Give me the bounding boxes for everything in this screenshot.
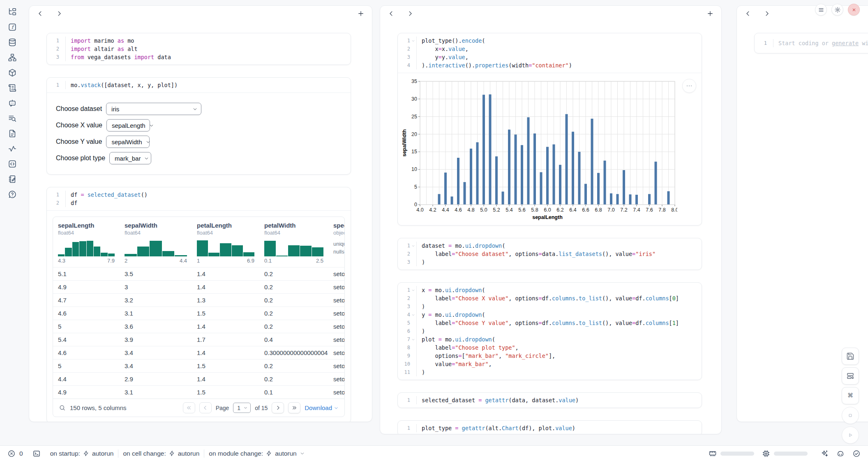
logs-icon[interactable]	[8, 83, 17, 92]
column-header-sepalLength[interactable]: sepalLengthfloat644.37.9	[53, 222, 120, 264]
functions-icon[interactable]: f	[8, 23, 17, 32]
cell-imports[interactable]: 1import marimo as mo2import altair as al…	[46, 33, 351, 65]
code-line[interactable]: 1plot_type().encode(	[398, 37, 702, 45]
documentation-icon[interactable]	[8, 129, 17, 138]
table-row[interactable]: 4.73.21.30.2setosa	[53, 293, 344, 307]
code-editor-scratch[interactable]: 1Start coding or generate with AI	[755, 33, 868, 53]
code-line[interactable]: 2import altair as alt	[47, 45, 351, 53]
cell-plot-type[interactable]: 1plot_type = getattr(alt.Chart(df), plot…	[397, 420, 702, 434]
bar-chart[interactable]: 051015202530354.04.24.44.64.85.05.25.45.…	[401, 78, 702, 221]
column-prev-button[interactable]	[744, 10, 752, 17]
code-line[interactable]: 1dataset = mo.ui.dropdown(	[398, 242, 702, 250]
fold-chevron-icon[interactable]	[410, 311, 416, 319]
code-line[interactable]: 6)	[398, 327, 702, 335]
stop-button[interactable]	[842, 407, 859, 424]
outline-search-icon[interactable]	[8, 114, 17, 123]
fold-chevron-icon[interactable]	[410, 286, 416, 294]
cell-layout-button[interactable]	[842, 367, 859, 385]
cell-xyplot-dropdowns[interactable]: 1x = mo.ui.dropdown(2 label="Choose X va…	[397, 282, 702, 380]
cell-dataset-dropdown[interactable]: 1dataset = mo.ui.dropdown(2 label="Choos…	[397, 238, 702, 270]
column-header-petalLength[interactable]: petalLengthfloat6416.9	[192, 222, 259, 264]
tracing-icon[interactable]	[8, 144, 17, 153]
column-next-button[interactable]	[406, 10, 414, 17]
code-line[interactable]: 11)	[398, 368, 702, 376]
table-row[interactable]: 4.42.91.40.2setosa	[53, 372, 344, 385]
add-column-button[interactable]	[706, 10, 714, 17]
last-page-button[interactable]	[288, 402, 300, 413]
download-button[interactable]: Download	[305, 404, 339, 411]
column-histogram[interactable]	[197, 240, 254, 256]
column-header-species[interactable]: speciesobjectunique:nulls:	[328, 222, 344, 264]
connection-status-icon[interactable]	[852, 449, 861, 458]
first-page-button[interactable]	[183, 402, 195, 413]
column-next-button[interactable]	[55, 10, 63, 17]
code-editor-plot-type[interactable]: 1plot_type = getattr(alt.Chart(df), plot…	[398, 421, 702, 434]
help-icon[interactable]	[8, 190, 17, 199]
code-line[interactable]: 1import marimo as mo	[47, 37, 351, 45]
settings-button[interactable]	[831, 4, 843, 16]
code-line[interactable]: 1selected_dataset = getattr(data, datase…	[398, 396, 702, 404]
shutdown-button[interactable]	[848, 4, 860, 16]
code-editor-selected-dataset[interactable]: 1selected_dataset = getattr(data, datase…	[398, 393, 702, 408]
y-value-select[interactable]: sepalWidth	[106, 136, 150, 148]
autorun-setting[interactable]: on module change:autorun	[209, 450, 305, 457]
code-line[interactable]: 1plot_type = getattr(alt.Chart(df), plot…	[398, 424, 702, 432]
code-line[interactable]: 2 label="Choose X value", options=df.col…	[398, 294, 702, 302]
fold-chevron-icon[interactable]	[410, 335, 416, 343]
code-line[interactable]: 3from vega_datasets import data	[47, 53, 351, 61]
code-line[interactable]: 10 value="mark_bar",	[398, 360, 702, 368]
code-line[interactable]: 2df	[47, 199, 351, 207]
code-line[interactable]: 3)	[398, 258, 702, 266]
table-row[interactable]: 5.43.91.70.4setosa	[53, 333, 344, 346]
cell-selected-dataset[interactable]: 1selected_dataset = getattr(data, datase…	[397, 392, 702, 408]
search-icon[interactable]	[59, 404, 66, 411]
table-row[interactable]: 4.93.11.50.1setosa	[53, 385, 344, 399]
code-editor-dataset[interactable]: 1dataset = mo.ui.dropdown(2 label="Choos…	[398, 238, 702, 270]
code-editor-plot[interactable]: 1plot_type().encode(2 x=x.value,3 y=y.va…	[398, 33, 702, 73]
scratchpad-icon[interactable]	[8, 175, 17, 184]
errors-icon[interactable]	[7, 449, 16, 458]
code-line[interactable]: 1df = selected_dataset()	[47, 191, 351, 199]
code-line[interactable]: 7plot = mo.ui.dropdown(	[398, 335, 702, 343]
terminal-icon[interactable]	[32, 449, 41, 458]
datasources-icon[interactable]	[8, 38, 17, 47]
sparkles-icon[interactable]	[820, 449, 829, 458]
code-editor-dataframe[interactable]: 1df = selected_dataset()2df	[47, 187, 351, 210]
code-editor-imports[interactable]: 1import marimo as mo2import altair as al…	[47, 33, 351, 65]
column-header-sepalWidth[interactable]: sepalWidthfloat6424.4	[120, 222, 192, 264]
save-button[interactable]	[842, 348, 859, 365]
page-select[interactable]: 1	[233, 403, 251, 413]
dataset-select[interactable]: iris	[106, 103, 201, 115]
run-button[interactable]	[842, 426, 859, 444]
table-row[interactable]: 53.41.50.2setosa	[53, 359, 344, 372]
code-line[interactable]: 4).interactive().properties(width="conta…	[398, 61, 702, 69]
table-row[interactable]: 53.61.40.2setosa	[53, 320, 344, 333]
autorun-setting[interactable]: on cell change:autorun	[123, 450, 199, 457]
cell-plot[interactable]: 1plot_type().encode(2 x=x.value,3 y=y.va…	[397, 33, 702, 226]
ai-chat-icon[interactable]	[8, 99, 17, 108]
cell-dataframe[interactable]: 1df = selected_dataset()2df sepalLengthf…	[46, 187, 351, 422]
keyboard-shortcuts-button[interactable]: ⌘	[842, 387, 859, 404]
code-line[interactable]: 3 y=y.value,	[398, 53, 702, 61]
code-line[interactable]: 1Start coding or generate with AI	[755, 39, 868, 47]
x-value-select[interactable]: sepalLength	[106, 119, 150, 131]
packages-icon[interactable]	[8, 68, 17, 77]
notebook-menu-button[interactable]	[815, 4, 827, 16]
copilot-icon[interactable]	[836, 449, 845, 458]
cell-vstack[interactable]: 1mo.vstack([dataset, x, y, plot]) Choose…	[46, 77, 351, 175]
prev-page-button[interactable]	[199, 402, 212, 413]
column-header-petalWidth[interactable]: petalWidthfloat640.12.5	[259, 222, 328, 264]
plot-type-select[interactable]: mark_bar	[109, 152, 151, 164]
code-editor-vstack[interactable]: 1mo.vstack([dataset, x, y, plot])	[47, 78, 351, 92]
fold-chevron-icon[interactable]	[410, 37, 416, 45]
code-line[interactable]: 5 label="Choose Y value", options=df.col…	[398, 319, 702, 327]
code-line[interactable]: 1mo.vstack([dataset, x, y, plot])	[47, 81, 351, 89]
column-prev-button[interactable]	[388, 10, 395, 17]
cell-scratch[interactable]: 1Start coding or generate with AI	[754, 33, 868, 53]
column-prev-button[interactable]	[37, 10, 44, 17]
cell-menu-button[interactable]	[682, 79, 696, 93]
code-editor-xyplot[interactable]: 1x = mo.ui.dropdown(2 label="Choose X va…	[398, 283, 702, 380]
table-row[interactable]: 4.63.11.50.2setosa	[53, 307, 344, 320]
dependencies-icon[interactable]	[8, 53, 17, 62]
next-page-button[interactable]	[272, 402, 284, 413]
